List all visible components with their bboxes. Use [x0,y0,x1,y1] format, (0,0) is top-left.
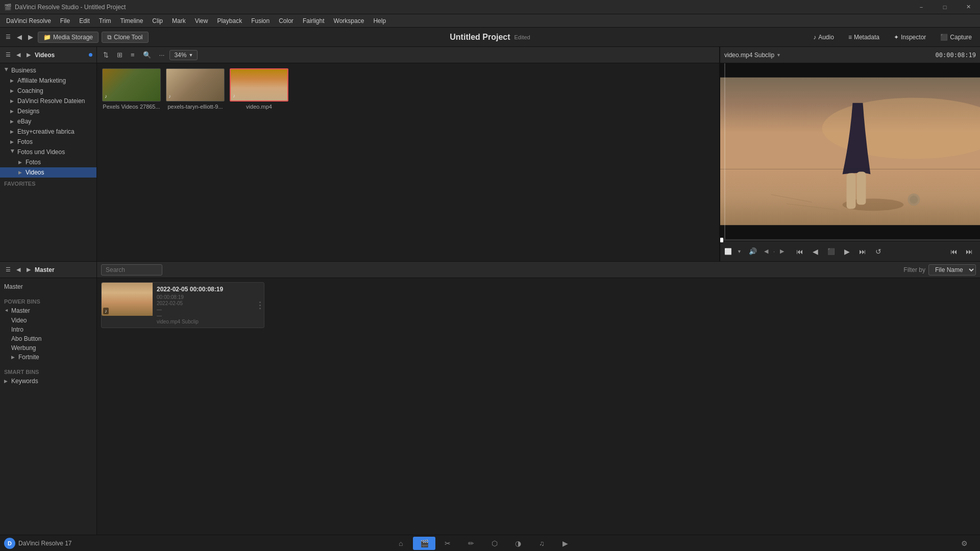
tree-item-fotos[interactable]: ▶ Fotos [0,137,96,147]
chevron-right-icon[interactable]: ▶ [24,51,33,59]
nav-media-icon[interactable]: 🎬 [413,537,435,550]
prev-frame-icon[interactable]: ◀ [764,248,768,255]
nav-edit-icon[interactable]: ✏ [460,537,482,550]
audio-button[interactable]: ♪ Audio [809,32,838,42]
grid-view-icon[interactable]: ⊞ [114,50,126,60]
clip-dot-1 [259,302,261,303]
tree-item-davinci-files[interactable]: ▶ DaVinci Resolve Dateien [0,96,96,106]
bins-keywords[interactable]: ▶ Keywords [0,376,96,386]
menu-file[interactable]: File [56,16,74,26]
menu-fairlight[interactable]: Fairlight [299,16,329,26]
skip-back-icon[interactable]: ⏮ [947,245,961,258]
list-view-icon[interactable]: ≡ [128,50,138,60]
menu-clip[interactable]: Clip [148,16,167,26]
menu-davinci[interactable]: DaVinci Resolve [2,16,55,26]
clone-tool-button[interactable]: ⧉ Clone Tool [102,32,148,43]
menu-bar: DaVinci Resolve File Edit Trim Timeline … [0,14,980,28]
bins-video[interactable]: Video [0,316,96,325]
menu-mark[interactable]: Mark [168,16,190,26]
menu-edit[interactable]: Edit [75,16,94,26]
frame-dot-icon[interactable]: · [773,248,775,255]
minimize-button[interactable]: − [910,0,933,14]
settings-icon[interactable]: ⚙ [953,537,976,550]
panel-toggle-bottom-icon[interactable]: ☰ [4,266,12,274]
menu-help[interactable]: Help [369,16,390,26]
crop-dropdown-icon[interactable]: ▼ [737,249,742,254]
menu-playback[interactable]: Playback [213,16,246,26]
bottom-left-panel: ☰ ◀ ▶ Master Master Power Bins ▼ Master … [0,262,97,535]
crop-icon[interactable]: ⬜ [724,248,732,255]
tree-view[interactable]: ▶ Business ▶ Affiliate Marketing ▶ Coach… [0,63,96,261]
play-button[interactable]: ▶ [841,245,853,258]
inspector-button[interactable]: ✦ Inspector [890,32,930,42]
play-back-button[interactable]: ◀ [810,245,821,258]
bins-power-master[interactable]: ▼ Master [0,306,96,316]
tree-item-etsy[interactable]: ▶ Etsy+creative fabrica [0,127,96,137]
capture-button[interactable]: ⬛ Capture [936,32,976,42]
collapse-icon[interactable]: ☰ [4,51,12,59]
tree-item-fotos-und-videos[interactable]: ▶ Fotos und Videos [0,147,96,157]
bins-werbung[interactable]: Werbung [0,343,96,353]
nav-forward-icon[interactable]: ▶ [27,33,35,41]
more-icon[interactable]: ··· [156,50,168,60]
media-storage-label: Media Storage [53,34,93,41]
panel-toggle-icon[interactable]: ☰ [4,33,12,41]
chevron-left-icon[interactable]: ◀ [14,51,22,59]
maximize-button[interactable]: □ [933,0,957,14]
tree-item-affiliate[interactable]: ▶ Affiliate Marketing [0,76,96,86]
media-label-1: Pexels Videos 27865... [103,104,160,110]
loop-button[interactable]: ↺ [872,245,885,258]
media-storage-button[interactable]: 📁 Media Storage [38,32,99,43]
search-input[interactable] [101,264,162,276]
zoom-display[interactable]: 34% ▼ [169,50,198,60]
menu-timeline[interactable]: Timeline [116,16,147,26]
tree-item-designs[interactable]: ▶ Designs [0,106,96,116]
skip-fwd-icon[interactable]: ⏭ [963,245,976,258]
nav-back-bottom-icon[interactable]: ◀ [14,266,22,274]
next-frame-icon[interactable]: ▶ [780,248,784,255]
nav-cut-icon[interactable]: ✂ [436,537,459,550]
stop-button[interactable]: ⬛ [824,246,838,257]
panel-title: Videos [35,52,55,59]
media-item-3[interactable]: ♪ video.mp4 [230,68,288,110]
menu-fusion[interactable]: Fusion [247,16,274,26]
tree-label-affiliate: Affiliate Marketing [17,77,66,84]
bins-fortnite[interactable]: ▶ Fortnite [0,353,96,362]
media-label-2: pexels-taryn-elliott-9... [167,104,223,110]
bottom-right-icons: ⚙ [894,537,976,550]
bins-intro[interactable]: Intro [0,325,96,334]
menu-view[interactable]: View [191,16,212,26]
search-icon[interactable]: 🔍 [140,50,154,60]
tree-label-fotosvideos: Fotos und Videos [17,148,65,156]
close-button[interactable]: ✕ [957,0,980,14]
media-item-1[interactable]: ♪ Pexels Videos 27865... [102,68,161,110]
nav-fusion-icon[interactable]: ⬡ [483,537,506,550]
filter-select[interactable]: File Name [928,264,976,276]
media-item-2[interactable]: ♪ pexels-taryn-elliott-9... [166,68,225,110]
clip-item-1[interactable]: ♪ 2022-02-05 00:00:08:19 00:00:08:19 202… [101,282,264,328]
tree-item-videos-sub[interactable]: ▶ Videos [0,167,96,178]
nav-home-icon[interactable]: ⌂ [389,537,412,550]
skip-to-start-button[interactable]: ⏮ [793,245,806,258]
metadata-button[interactable]: ≡ Metadata [844,32,884,42]
volume-icon[interactable]: 🔊 [749,247,757,255]
nav-audio-icon[interactable]: ♫ [530,537,553,550]
nav-color-icon[interactable]: ◑ [507,537,529,550]
sort-icon[interactable]: ⇅ [100,50,112,60]
bins-master-item[interactable]: Master [0,281,96,292]
tree-item-ebay[interactable]: ▶ eBay [0,116,96,127]
menu-trim[interactable]: Trim [95,16,115,26]
nav-fwd-bottom-icon[interactable]: ▶ [24,266,33,274]
tree-arrow-designs: ▶ [10,109,15,114]
nav-deliver-icon[interactable]: ▶ [554,537,576,550]
tree-item-business[interactable]: ▶ Business [0,65,96,76]
player-playhead[interactable] [720,239,980,241]
nav-back-icon[interactable]: ◀ [15,33,23,41]
bins-abo-button[interactable]: Abo Button [0,334,96,343]
menu-color[interactable]: Color [275,16,298,26]
player-dropdown-icon[interactable]: ▼ [776,53,781,58]
skip-to-end-button[interactable]: ⏭ [856,245,869,258]
menu-workspace[interactable]: Workspace [330,16,369,26]
tree-item-fotos-sub[interactable]: ▶ Fotos [0,157,96,167]
tree-item-coaching[interactable]: ▶ Coaching [0,86,96,96]
